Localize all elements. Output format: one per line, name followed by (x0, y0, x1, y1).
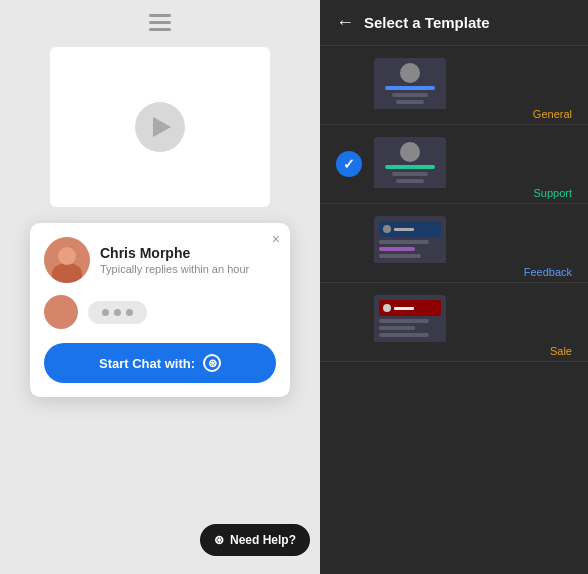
hamburger-area (0, 0, 320, 41)
typing-indicator (88, 301, 147, 324)
agent-name: Chris Morphe (100, 245, 249, 261)
back-button[interactable]: ← (336, 12, 354, 33)
agent-response-time: Typically replies within an hour (100, 263, 249, 275)
preview-card (50, 47, 270, 207)
template-thumbnail-feedback (374, 216, 446, 270)
template-name-support: Support (533, 187, 572, 199)
template-name-feedback: Feedback (524, 266, 572, 278)
panel-header: ← Select a Template (320, 0, 588, 46)
template-thumbnail-general (374, 58, 446, 112)
selected-indicator (336, 151, 362, 177)
template-name-sale: Sale (550, 345, 572, 357)
agent-info: Chris Morphe Typically replies within an… (44, 237, 276, 283)
unselected-indicator-feedback (336, 230, 362, 256)
right-panel: ← Select a Template General (320, 0, 588, 574)
template-thumbnail-support (374, 137, 446, 191)
need-help-label: Need Help? (230, 533, 296, 547)
start-chat-label: Start Chat with: (99, 356, 195, 371)
template-thumbnail-sale (374, 295, 446, 349)
template-item-feedback[interactable]: Feedback (320, 204, 588, 283)
unselected-indicator (336, 72, 362, 98)
hamburger-icon[interactable] (149, 14, 171, 31)
play-button[interactable] (135, 102, 185, 152)
template-item-general[interactable]: General (320, 46, 588, 125)
unselected-indicator-sale (336, 309, 362, 335)
template-item-sale[interactable]: Sale (320, 283, 588, 362)
panel-title: Select a Template (364, 14, 490, 31)
small-avatar (44, 295, 78, 329)
templates-list: General Support (320, 46, 588, 574)
agent-text: Chris Morphe Typically replies within an… (100, 245, 249, 275)
left-panel: × Chris Morphe Typically replies within … (0, 0, 320, 574)
start-chat-button[interactable]: Start Chat with: ⊛ (44, 343, 276, 383)
template-item-support[interactable]: Support (320, 125, 588, 204)
avatar (44, 237, 90, 283)
whatsapp-icon: ⊛ (203, 354, 221, 372)
need-help-button[interactable]: ⊛ Need Help? (200, 524, 310, 556)
close-button[interactable]: × (272, 231, 280, 247)
template-name-general: General (533, 108, 572, 120)
chat-popup: × Chris Morphe Typically replies within … (30, 223, 290, 397)
whatsapp-small-icon: ⊛ (214, 533, 224, 547)
chat-row (44, 295, 276, 329)
